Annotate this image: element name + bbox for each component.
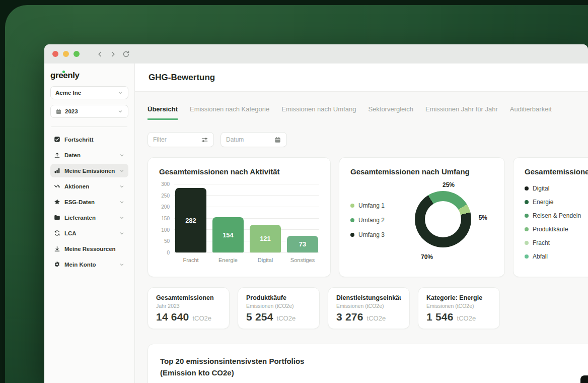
bar-value-label: 121 [260, 235, 271, 242]
chevron-down-icon [117, 108, 123, 114]
stat-card-subtitle: Emissionen (tCO2e) [246, 303, 311, 309]
bar-chart-x-labels: FrachtEnergieDigitalSonstiges [174, 257, 319, 263]
trend-icon [54, 183, 60, 189]
stat-card-unit: tCO2e [277, 314, 296, 322]
bar-chart-y-axis: 300250200150100500 [159, 184, 174, 252]
legend-item-fracht: Fracht [525, 239, 588, 246]
main-area: GHG-Bewertung ÜbersichtEmissionen nach K… [135, 63, 588, 383]
maximize-window-button[interactable] [74, 51, 80, 57]
tab-emissionen-nach-umfang[interactable]: Emissionen nach Umfang [281, 105, 356, 120]
bar-chart-bars: 28215412173 [174, 184, 319, 252]
close-window-button[interactable] [52, 51, 58, 57]
tab-emissionen-nach-kategorie[interactable]: Emissionen nach Kategorie [190, 105, 269, 120]
stat-card-title: Produktkäufe [246, 294, 311, 301]
sidebar-item-lieferanten[interactable]: Lieferanten [50, 211, 128, 224]
legend-label: Umfang 2 [358, 217, 385, 224]
forward-arrow-icon[interactable] [109, 50, 117, 58]
legend-label: Fracht [533, 239, 550, 246]
bar-energie: 154 [212, 217, 244, 252]
donut-legend: Umfang 1Umfang 2Umfang 3 [350, 202, 385, 238]
back-arrow-icon[interactable] [96, 50, 104, 58]
year-selector-value: 2023 [65, 108, 78, 114]
sidebar-item-meine-emissionen[interactable]: Meine Emissionen [50, 164, 128, 177]
legend-dot [350, 218, 354, 222]
stat-card-value: 3 276 [336, 311, 363, 323]
donut-chart: 25%5%70% [415, 191, 471, 247]
tab-auditierbarkeit[interactable]: Auditierbarkeit [510, 105, 552, 120]
sliders-icon [201, 136, 208, 144]
company-selector[interactable]: Acme Inc [50, 86, 128, 99]
legend-label: Umfang 3 [358, 231, 385, 238]
sidebar-item-daten[interactable]: Daten [50, 148, 128, 162]
bar-value-label: 282 [185, 217, 196, 224]
chevron-down-icon [119, 215, 125, 221]
donut-slice-label-umfang-2: 25% [443, 181, 455, 188]
tab-emissionen-jahr-für-jahr[interactable]: Emissionen Jahr für Jahr [425, 105, 498, 120]
folder-icon [54, 214, 60, 221]
legend-label: Digital [533, 185, 549, 192]
legend-item-reisen-pendeln: Reisen & Pendeln [525, 212, 588, 219]
stat-card-dienstleistungseinkäufe: DienstleistungseinkäufeEmissionen (tCO2e… [328, 287, 410, 329]
stat-card-unit: tCO2e [192, 314, 211, 322]
legend-item-produktkäufe: Produktkäufe [525, 226, 588, 233]
chat-widget-button[interactable] [580, 375, 588, 383]
bar-chart-plot: 28215412173 [174, 184, 319, 252]
stat-card-kategorie-energie: Kategorie: EnergieEmissionen (tCO2e)1 54… [418, 287, 500, 329]
sidebar-item-label: Mein Konto [64, 262, 115, 268]
legend-dot [525, 241, 529, 245]
bar-chart-icon [54, 167, 60, 174]
sidebar-item-meine-ressourcen[interactable]: Meine Ressourcen [50, 242, 128, 256]
y-axis-tick: 250 [161, 193, 170, 198]
sidebar-nav: FortschrittDatenMeine EmissionenAktionen… [50, 133, 128, 271]
stat-card-subtitle: Emissionen (tCO2e) [336, 303, 401, 309]
y-axis-tick: 300 [161, 181, 170, 187]
calendar-icon [274, 136, 281, 144]
browser-toolbar [44, 44, 588, 63]
datum-input[interactable] [226, 136, 270, 143]
sidebar-item-label: Lieferanten [64, 215, 115, 221]
stat-card-value: 5 254 [246, 311, 273, 323]
legend-dot [525, 214, 529, 218]
minimize-window-button[interactable] [63, 51, 69, 57]
legend-label: Abfall [533, 253, 548, 260]
tab-übersicht[interactable]: Übersicht [148, 105, 178, 120]
sidebar-item-esg-daten[interactable]: ESG-Daten [50, 195, 128, 209]
legend-dot [350, 233, 354, 237]
page-header: GHG-Bewertung [135, 63, 588, 92]
bar-fracht: 282 [175, 188, 206, 252]
sidebar-item-fortschritt[interactable]: Fortschritt [50, 133, 128, 146]
filter-input[interactable] [153, 136, 197, 143]
portfolios-card-title-line1: Top 20 emissionsintensivsten Portfolios [160, 356, 588, 367]
legend-label: Produktkäufe [533, 226, 568, 233]
tab-sektorvergleich[interactable]: Sektorvergleich [368, 105, 413, 120]
sidebar-item-lca[interactable]: LCA [50, 226, 128, 240]
x-axis-label: Fracht [175, 257, 206, 263]
bar-chart-card: Gesamtemissionen nach Aktivität 30025020… [148, 157, 331, 277]
sidebar-item-aktionen[interactable]: Aktionen [50, 179, 128, 193]
sidebar-item-label: Fortschritt [64, 137, 125, 143]
legend-label: Reisen & Pendeln [533, 212, 581, 219]
bar-chart-title: Gesamtemissionen nach Aktivität [159, 167, 319, 176]
sidebar: greenly Acme Inc 2023 FortschrittDatenMe… [44, 63, 135, 383]
legend-item-umfang-2: Umfang 2 [350, 217, 385, 224]
x-axis-label: Sonstiges [287, 257, 318, 263]
sidebar-item-label: Meine Ressourcen [64, 246, 125, 252]
browser-nav-buttons [96, 50, 130, 58]
sidebar-item-label: LCA [64, 230, 115, 236]
stat-card-gesamtemissionen: GesamtemissionenJahr 202314 640tCO2e [148, 287, 230, 329]
stat-card-unit: tCO2e [457, 314, 476, 322]
bar-digital: 121 [250, 225, 281, 252]
sidebar-item-mein-konto[interactable]: Mein Konto [50, 258, 128, 271]
reload-icon[interactable] [122, 50, 130, 58]
chevron-down-icon [119, 168, 125, 174]
star-icon [54, 199, 60, 205]
legend-item-umfang-1: Umfang 1 [350, 202, 385, 209]
content: ÜbersichtEmissionen nach KategorieEmissi… [135, 92, 588, 383]
gear-icon [54, 261, 60, 268]
download-icon [54, 245, 60, 252]
legend-item-umfang-3: Umfang 3 [350, 231, 385, 238]
legend-dot [525, 254, 529, 259]
year-selector[interactable]: 2023 [50, 105, 128, 118]
bar-value-label: 73 [299, 240, 306, 248]
stat-card-unit: tCO2e [367, 314, 386, 322]
